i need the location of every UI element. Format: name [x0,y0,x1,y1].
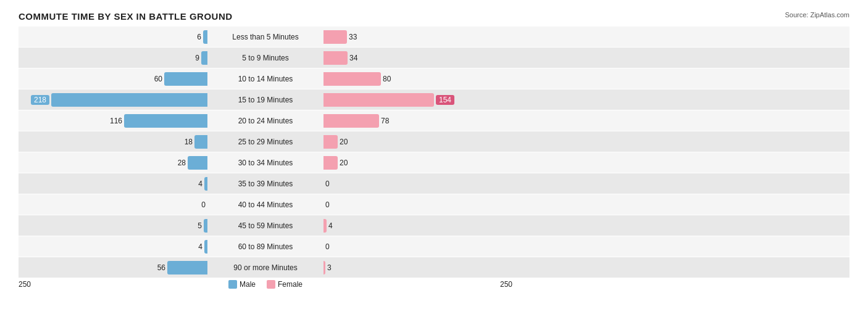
female-bar [323,219,327,233]
male-bar [194,135,207,149]
bar-row: 4 35 to 39 Minutes 0 [19,173,849,194]
left-bar-wrap: 18 [19,135,207,149]
right-section: 33 [321,30,512,44]
male-bar [204,219,207,233]
male-bar [51,93,207,107]
bar-label: 15 to 19 Minutes [210,96,321,104]
legend: Male Female [210,280,321,289]
chart-title: COMMUTE TIME BY SEX IN BATTLE GROUND [19,11,849,22]
right-section: 4 [321,219,512,233]
bar-row: 4 60 to 89 Minutes 0 [19,236,849,257]
female-bar [323,51,348,65]
left-section: 218 [19,93,210,107]
female-value: 78 [381,117,398,125]
left-section: 5 [19,219,210,233]
female-value: 34 [349,54,367,62]
left-bar-wrap: 0 [19,198,207,212]
male-value: 28 [169,159,186,167]
male-value: 6 [184,33,201,41]
male-bar [164,72,207,86]
left-section: 9 [19,51,210,65]
legend-male-box [228,280,237,289]
legend-female-box [267,280,275,289]
right-section: 34 [321,51,512,65]
right-section: 0 [321,177,512,191]
bar-label: 90 or more Minutes [210,263,321,272]
bar-label: 20 to 24 Minutes [210,117,321,125]
left-section: 60 [19,72,210,86]
left-section: 4 [19,177,210,191]
male-value: 4 [185,242,202,251]
source-text: Source: ZipAtlas.com [785,11,849,19]
left-bar-wrap: 218 [19,93,207,107]
left-section: 116 [19,114,210,128]
bar-label: 35 to 39 Minutes [210,180,321,188]
female-value: 80 [383,75,400,83]
axis-left: 250 [19,280,210,289]
left-section: 28 [19,156,210,170]
bar-label: 10 to 14 Minutes [210,75,321,83]
right-section: 0 [321,198,512,212]
right-section: 154 [321,93,512,107]
left-bar-wrap: 4 [19,240,207,254]
bar-label: 5 to 9 Minutes [210,54,321,62]
bar-row: 28 30 to 34 Minutes 20 [19,152,849,173]
left-bar-wrap: 116 [19,114,207,128]
bar-label: 45 to 59 Minutes [210,221,321,230]
female-value: 0 [325,200,343,209]
right-section: 78 [321,114,512,128]
male-value: 5 [185,221,202,230]
axis-left-value: 250 [19,280,31,289]
left-bar-wrap: 28 [19,156,207,170]
left-bar-wrap: 6 [19,30,207,44]
bar-row: 6 Less than 5 Minutes 33 [19,27,849,47]
male-value: 4 [185,180,202,188]
legend-male-label: Male [240,280,256,289]
male-bar [203,30,207,44]
right-section: 20 [321,135,512,149]
right-section: 0 [321,240,512,254]
legend-female: Female [267,280,303,289]
bar-row: 18 25 to 29 Minutes 20 [19,131,849,152]
left-section: 0 [19,198,210,212]
bar-label: Less than 5 Minutes [210,33,321,41]
left-bar-wrap: 9 [19,51,207,65]
left-bar-wrap: 4 [19,177,207,191]
female-value: 3 [327,263,344,272]
bar-row: 5 45 to 59 Minutes 4 [19,215,849,236]
left-bar-wrap: 5 [19,219,207,233]
male-bar [201,51,207,65]
bar-label: 30 to 34 Minutes [210,159,321,167]
female-bar [323,156,338,170]
female-value: 0 [325,180,343,188]
bar-row: 60 10 to 14 Minutes 80 [19,68,849,89]
left-section: 56 [19,261,210,275]
female-bar [323,135,338,149]
male-bar [188,156,207,170]
male-bar [204,177,207,191]
female-bar [323,93,434,107]
female-value: 0 [325,242,343,251]
legend-female-label: Female [278,280,303,289]
left-section: 6 [19,30,210,44]
left-bar-wrap: 60 [19,72,207,86]
male-value: 0 [188,200,206,209]
chart-area: 6 Less than 5 Minutes 33 9 5 to 9 Minute… [19,27,849,278]
bar-label: 25 to 29 Minutes [210,138,321,146]
axis-right-value: 250 [500,280,512,289]
axis-right: 250 [321,280,512,289]
bar-row: 218 15 to 19 Minutes 154 [19,89,849,110]
female-value: 4 [328,221,346,230]
male-bar [124,114,207,128]
right-section: 20 [321,156,512,170]
male-bar [204,240,207,254]
male-value: 18 [175,138,193,146]
female-bar [323,72,381,86]
bar-row: 0 40 to 44 Minutes 0 [19,194,849,215]
bar-label: 60 to 89 Minutes [210,242,321,251]
male-value: 218 [31,95,49,105]
left-section: 4 [19,240,210,254]
bar-row: 9 5 to 9 Minutes 34 [19,47,849,68]
male-value: 56 [148,263,165,272]
female-value: 33 [349,33,366,41]
